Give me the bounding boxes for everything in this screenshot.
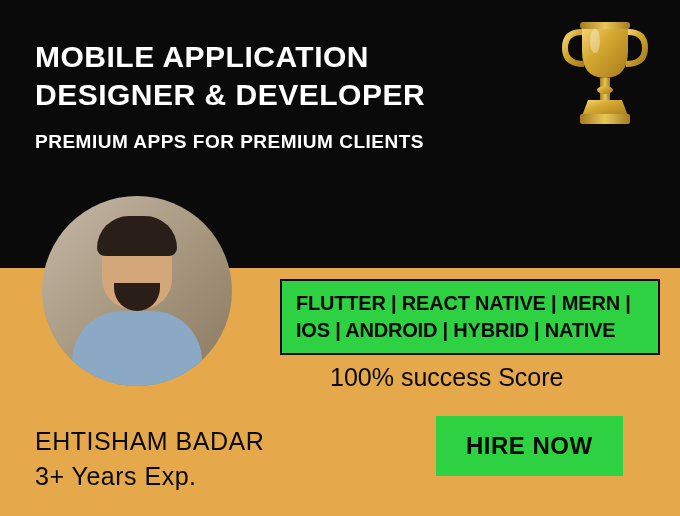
success-score: 100% success Score (330, 363, 563, 392)
profile-experience: 3+ Years Exp. (35, 462, 196, 491)
promo-card: MOBILE APPLICATION DESIGNER & DEVELOPER … (0, 0, 680, 516)
skills-text: FLUTTER | REACT NATIVE | MERN | IOS | AN… (296, 290, 644, 344)
main-title: MOBILE APPLICATION DESIGNER & DEVELOPER (35, 38, 645, 113)
title-line-1: MOBILE APPLICATION (35, 38, 645, 76)
subtitle: PREMIUM APPS FOR PREMIUM CLIENTS (35, 131, 645, 153)
svg-rect-0 (580, 22, 630, 29)
skills-badge: FLUTTER | REACT NATIVE | MERN | IOS | AN… (280, 279, 660, 355)
title-line-2: DESIGNER & DEVELOPER (35, 76, 645, 114)
svg-point-2 (597, 86, 613, 94)
svg-point-4 (590, 29, 600, 53)
svg-rect-3 (580, 114, 630, 124)
profile-name: EHTISHAM BADAR (35, 427, 264, 456)
hire-button[interactable]: HIRE NOW (436, 416, 623, 476)
trophy-icon (560, 16, 650, 136)
avatar (42, 196, 232, 386)
